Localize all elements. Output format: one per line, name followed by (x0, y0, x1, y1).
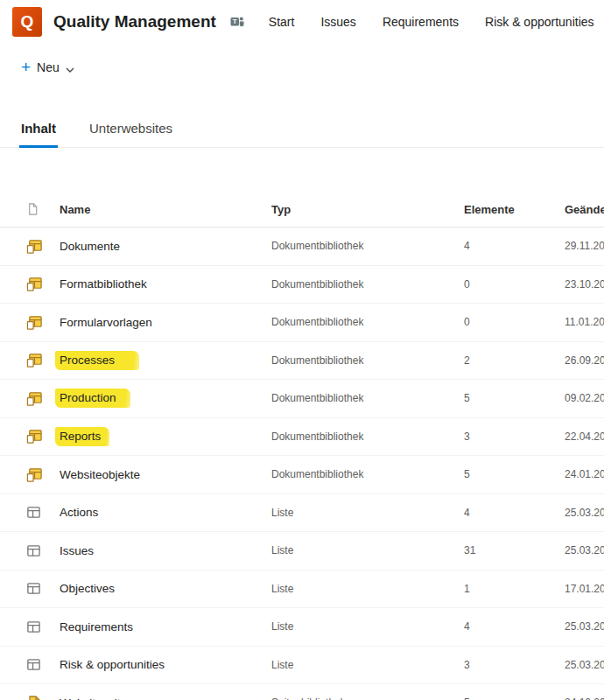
row-type: Liste (271, 620, 464, 633)
table-header: Name Typ Elemente Geändert (0, 192, 604, 228)
nav-item-requirements[interactable]: Requirements (383, 15, 459, 29)
plus-icon: + (21, 59, 31, 75)
row-name-link[interactable]: Risk & opportunities (60, 658, 165, 671)
table-row[interactable]: Websiteseiten Seitenbibliothek 5 24.10.2… (0, 684, 604, 700)
row-items-count: 2 (464, 354, 565, 367)
site-logo-letter: Q (21, 12, 34, 32)
row-name-link[interactable]: Formularvorlagen (60, 316, 152, 329)
table-row[interactable]: Requirements Liste 4 25.03.20 (0, 608, 604, 647)
row-type: Dokumentbibliothek (271, 240, 464, 252)
table-row[interactable]: Processes Dokumentbibliothek 2 26.09.20 (0, 342, 604, 381)
list-icon (26, 505, 60, 520)
top-navigation: Start Issues Requirements Risk & opportu… (269, 15, 594, 29)
row-name-link[interactable]: Requirements (60, 620, 133, 634)
table-row[interactable]: Reports Dokumentbibliothek 3 22.04.20 (0, 418, 604, 457)
row-name-link[interactable]: Websiteseiten (60, 696, 134, 700)
row-name-link[interactable]: Dokumente (60, 240, 120, 253)
row-type: Dokumentbibliothek (271, 354, 464, 367)
row-name-link[interactable]: Formatbibliothek (60, 277, 147, 290)
table-row[interactable]: Dokumente Dokumentbibliothek 4 29.11.20 (0, 228, 604, 266)
chevron-down-icon (66, 60, 74, 76)
nav-item-issues[interactable]: Issues (320, 15, 355, 29)
row-items-count: 4 (464, 507, 565, 519)
row-name-link[interactable]: Actions (60, 506, 98, 519)
row-modified: 25.03.20 (565, 507, 604, 519)
document-library-icon (26, 466, 60, 483)
row-modified: 25.03.20 (565, 620, 604, 633)
row-items-count: 3 (464, 430, 565, 443)
new-button-label: Neu (37, 60, 60, 74)
table-row[interactable]: Risk & opportunities Liste 3 25.03.20 (0, 647, 604, 685)
site-contents-table: Name Typ Elemente Geändert Dokumente Dok… (0, 192, 604, 700)
row-type: Liste (271, 544, 464, 556)
table-row[interactable]: Websiteobjekte Dokumentbibliothek 5 24.0… (0, 456, 604, 494)
command-bar: + Neu (0, 44, 604, 79)
row-items-count: 0 (464, 278, 565, 290)
row-name-link[interactable]: Issues (60, 544, 94, 557)
row-items-count: 4 (464, 240, 565, 252)
row-items-count: 31 (464, 544, 565, 556)
pages-library-icon (26, 695, 60, 700)
list-icon (26, 543, 60, 558)
row-name-link-highlighted[interactable]: Production (55, 388, 130, 408)
row-type: Dokumentbibliothek (271, 316, 464, 328)
row-items-count: 5 (464, 696, 565, 700)
list-icon (26, 657, 60, 672)
row-type: Liste (271, 507, 464, 519)
row-type: Dokumentbibliothek (271, 430, 464, 443)
column-header-items[interactable]: Elemente (464, 203, 565, 216)
nav-item-risk-opportunities[interactable]: Risk & opportunities (485, 15, 594, 29)
column-header-name[interactable]: Name (60, 203, 271, 216)
column-header-modified[interactable]: Geändert (565, 203, 604, 216)
file-type-column-icon (26, 202, 60, 216)
row-items-count: 1 (464, 583, 565, 595)
table-row[interactable]: Issues Liste 31 25.03.20 (0, 532, 604, 570)
tab-inhalt[interactable]: Inhalt (21, 121, 56, 147)
new-button[interactable]: + Neu (21, 59, 74, 76)
list-icon (26, 620, 60, 634)
list-icon (26, 581, 60, 596)
row-name-link[interactable]: Websiteobjekte (60, 468, 140, 481)
row-name-link[interactable]: Objectives (60, 582, 115, 595)
row-type: Dokumentbibliothek (271, 278, 464, 290)
row-items-count: 5 (464, 392, 565, 404)
table-row[interactable]: Actions Liste 4 25.03.20 (0, 494, 604, 533)
column-header-type[interactable]: Typ (271, 203, 464, 216)
row-modified: 26.09.20 (565, 354, 604, 367)
row-modified: 09.02.20 (565, 392, 604, 404)
row-name-link-highlighted[interactable]: Processes (55, 351, 139, 370)
row-modified: 24.01.20 (565, 468, 604, 480)
app-header: Q Quality Management T Start Issues Requ… (0, 0, 604, 44)
document-library-icon (26, 314, 60, 331)
row-type: Liste (271, 583, 464, 595)
document-library-icon (26, 276, 60, 292)
row-type: Dokumentbibliothek (271, 468, 464, 480)
row-items-count: 3 (464, 659, 565, 671)
table-row[interactable]: Production Dokumentbibliothek 5 09.02.20 (0, 380, 604, 418)
row-modified: 25.03.20 (565, 544, 604, 556)
site-logo[interactable]: Q (12, 7, 42, 37)
row-name-link-highlighted[interactable]: Reports (55, 427, 109, 446)
table-row[interactable]: Objectives Liste 1 17.01.20 (0, 570, 604, 609)
row-modified: 22.04.20 (565, 430, 604, 443)
svg-text:T: T (233, 18, 237, 25)
row-items-count: 5 (464, 468, 565, 480)
site-title[interactable]: Quality Management (53, 12, 216, 32)
row-items-count: 4 (464, 620, 565, 633)
row-modified: 17.01.20 (565, 583, 604, 595)
row-modified: 11.01.20 (565, 316, 604, 328)
row-type: Seitenbibliothek (271, 696, 464, 700)
teams-icon[interactable]: T (230, 15, 244, 32)
row-modified: 25.03.20 (565, 659, 604, 671)
tab-unterwebsites[interactable]: Unterwebsites (89, 121, 172, 147)
document-library-icon (26, 238, 60, 255)
nav-item-start[interactable]: Start (269, 15, 295, 29)
content-tabs: Inhalt Unterwebsites (0, 121, 604, 148)
row-modified: 29.11.20 (565, 240, 604, 252)
table-row[interactable]: Formatbibliothek Dokumentbibliothek 0 23… (0, 266, 604, 304)
row-items-count: 0 (464, 316, 565, 328)
row-modified: 23.10.20 (565, 278, 604, 290)
row-modified: 24.10.20 (565, 696, 604, 700)
row-type: Dokumentbibliothek (271, 392, 464, 404)
table-row[interactable]: Formularvorlagen Dokumentbibliothek 0 11… (0, 304, 604, 342)
